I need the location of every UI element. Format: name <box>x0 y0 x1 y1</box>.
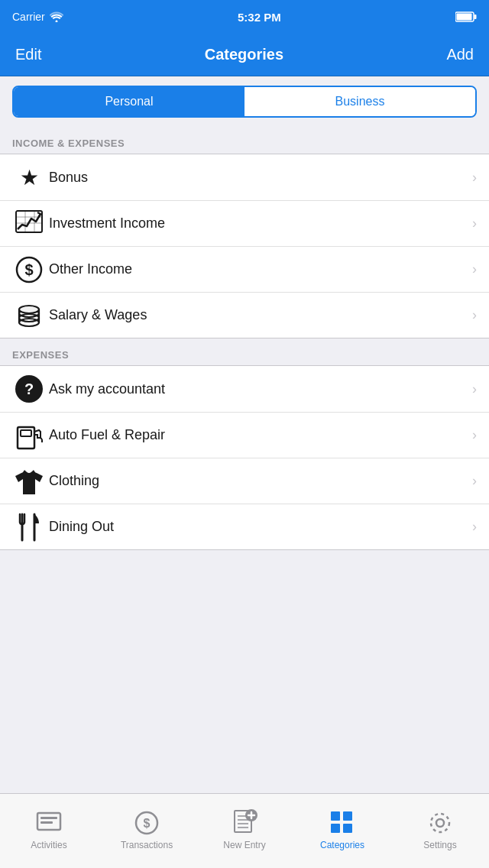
item-label-fuel: Auto Fuel & Repair <box>46 427 472 443</box>
list-item-salary[interactable]: Salary & Wages › <box>0 292 489 338</box>
dining-icon <box>15 511 44 543</box>
chevron-icon-clothing: › <box>472 473 477 489</box>
tab-bar: Activities $ Transactions <box>0 793 489 868</box>
edit-button[interactable]: Edit <box>15 46 41 63</box>
star-icon: ★ <box>20 165 39 190</box>
tshirt-icon <box>14 467 44 496</box>
item-icon-fuel <box>12 419 46 452</box>
item-label-investment: Investment Income <box>46 215 472 232</box>
tab-label-new-entry: New Entry <box>223 840 265 850</box>
svg-rect-21 <box>21 430 31 436</box>
fuel-icon <box>15 419 44 452</box>
tab-categories[interactable]: Categories <box>293 794 391 868</box>
chevron-icon-accountant: › <box>472 381 477 397</box>
svg-text:$: $ <box>144 817 151 830</box>
item-label-accountant: Ask my accountant <box>46 381 472 397</box>
chevron-icon-other-income: › <box>472 261 477 277</box>
item-icon-bonus: ★ <box>12 160 46 194</box>
svg-rect-29 <box>40 817 57 819</box>
list-item-fuel[interactable]: Auto Fuel & Repair › <box>0 412 489 458</box>
list-item-bonus[interactable]: ★ Bonus › <box>0 154 489 200</box>
question-icon: ? <box>15 375 43 403</box>
svg-rect-30 <box>40 821 53 824</box>
svg-rect-41 <box>331 811 340 821</box>
categories-icon <box>329 809 356 837</box>
add-button[interactable]: Add <box>446 46 474 63</box>
status-right <box>455 11 477 22</box>
item-icon-accountant: ? <box>12 372 46 406</box>
item-label-bonus: Bonus <box>46 170 472 186</box>
item-icon-investment <box>12 207 46 241</box>
chevron-icon-fuel: › <box>472 427 477 443</box>
svg-rect-43 <box>331 824 340 833</box>
nav-title: Categories <box>205 46 283 63</box>
tab-label-transactions: Transactions <box>121 840 173 850</box>
battery-icon <box>455 11 477 22</box>
tab-activities[interactable]: Activities <box>0 794 98 868</box>
coins-icon <box>15 301 44 330</box>
wifi-icon <box>50 11 63 22</box>
svg-line-22 <box>40 438 42 439</box>
settings-icon <box>426 809 454 837</box>
item-icon-salary <box>12 299 46 332</box>
tab-label-categories: Categories <box>320 840 364 850</box>
svg-rect-42 <box>343 811 352 821</box>
list-item-clothing[interactable]: Clothing › <box>0 458 489 504</box>
item-label-salary: Salary & Wages <box>46 307 472 323</box>
item-icon-dining <box>12 510 46 544</box>
svg-point-19 <box>19 306 39 313</box>
list-item-dining[interactable]: Dining Out › <box>0 504 489 549</box>
segment-wrapper: Personal Business <box>0 76 489 127</box>
tab-label-settings: Settings <box>423 840 456 850</box>
svg-text:$: $ <box>24 261 33 278</box>
chart-icon <box>15 209 44 238</box>
list-item-other-income[interactable]: $ Other Income › <box>0 246 489 292</box>
chevron-icon-salary: › <box>472 307 477 323</box>
segment-control: Personal Business <box>12 86 477 118</box>
dollar-icon: $ <box>15 255 44 284</box>
svg-rect-44 <box>343 824 352 833</box>
list-item-investment[interactable]: Investment Income › <box>0 200 489 246</box>
chevron-icon-investment: › <box>472 215 477 232</box>
segment-personal[interactable]: Personal <box>14 87 244 116</box>
status-bar: Carrier 5:32 PM <box>0 0 489 34</box>
segment-business[interactable]: Business <box>244 87 475 116</box>
svg-point-45 <box>436 819 444 827</box>
svg-rect-2 <box>456 14 471 21</box>
tab-settings[interactable]: Settings <box>391 794 489 868</box>
status-left: Carrier <box>12 11 63 23</box>
tab-new-entry[interactable]: New Entry <box>196 794 293 868</box>
chevron-icon-bonus: › <box>472 170 477 186</box>
tab-transactions[interactable]: $ Transactions <box>98 794 196 868</box>
item-icon-other-income: $ <box>12 253 46 287</box>
carrier-text: Carrier <box>12 11 45 23</box>
chevron-icon-dining: › <box>472 519 477 535</box>
list-section-income: ★ Bonus › Investm <box>0 154 489 338</box>
list-section-expenses: ? Ask my accountant › Auto Fuel & Repair… <box>0 365 489 550</box>
new-entry-icon <box>231 809 258 837</box>
svg-point-46 <box>431 814 449 832</box>
tab-label-activities: Activities <box>31 840 66 850</box>
content-scroll: Personal Business INCOME & EXPENSES ★ Bo… <box>0 76 489 793</box>
section-header-income: INCOME & EXPENSES <box>0 127 489 154</box>
list-item-accountant[interactable]: ? Ask my accountant › <box>0 366 489 412</box>
nav-bar: Edit Categories Add <box>0 34 489 76</box>
item-label-clothing: Clothing <box>46 473 472 489</box>
section-header-expenses: EXPENSES <box>0 338 489 365</box>
status-time: 5:32 PM <box>238 11 281 24</box>
activities-icon <box>35 809 63 837</box>
transactions-icon: $ <box>133 809 160 837</box>
item-label-other-income: Other Income <box>46 261 472 277</box>
item-icon-clothing <box>12 465 46 498</box>
svg-rect-1 <box>474 15 476 19</box>
item-label-dining: Dining Out <box>46 519 472 535</box>
